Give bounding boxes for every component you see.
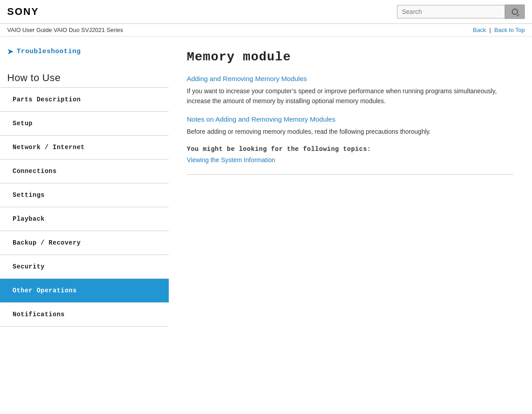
content-divider bbox=[187, 174, 514, 175]
breadcrumb-bar: VAIO User Guide VAIO Duo SVJ2021 Series … bbox=[0, 24, 532, 36]
troubleshooting-section[interactable]: ➤ Troubleshooting bbox=[0, 36, 169, 63]
sidebar-item-security[interactable]: Security bbox=[0, 255, 169, 279]
sidebar-item-backup-recovery[interactable]: Backup / Recovery bbox=[0, 231, 169, 255]
section1-heading: Adding and Removing Memory Modules bbox=[187, 75, 514, 82]
breadcrumb-separator: | bbox=[489, 27, 492, 33]
chevron-right-icon: ➤ bbox=[7, 47, 13, 56]
search-area bbox=[397, 5, 525, 19]
sidebar-item-setup[interactable]: Setup bbox=[0, 112, 169, 136]
sidebar-item-network-internet[interactable]: Network / Internet bbox=[0, 136, 169, 159]
search-button[interactable] bbox=[505, 5, 525, 19]
footer: © 2012 Sony Corporation bbox=[0, 410, 532, 414]
sidebar: ➤ Troubleshooting How to Use Parts Descr… bbox=[0, 36, 169, 410]
how-to-use-title: How to Use bbox=[0, 63, 169, 87]
sidebar-item-notifications[interactable]: Notifications bbox=[0, 303, 169, 327]
sidebar-item-other-operations[interactable]: Other Operations bbox=[0, 279, 169, 303]
header: SONY bbox=[0, 0, 532, 24]
sidebar-item-playback[interactable]: Playback bbox=[0, 207, 169, 231]
related-topics-label: You might be looking for the following t… bbox=[187, 146, 514, 153]
section1-link[interactable]: Adding and Removing Memory Modules bbox=[187, 75, 307, 82]
page-title: Memory module bbox=[187, 50, 514, 64]
search-icon bbox=[512, 9, 518, 15]
sony-logo: SONY bbox=[7, 6, 39, 18]
breadcrumb-nav: Back | Back to Top bbox=[473, 27, 525, 33]
content-area: Memory module Adding and Removing Memory… bbox=[169, 36, 532, 410]
sidebar-item-connections[interactable]: Connections bbox=[0, 159, 169, 183]
back-to-top-link[interactable]: Back to Top bbox=[494, 27, 525, 33]
related-link[interactable]: Viewing the System Information bbox=[187, 156, 275, 164]
sidebar-item-parts-description[interactable]: Parts Description bbox=[0, 88, 169, 112]
section1-body: If you want to increase your computer’s … bbox=[187, 86, 514, 106]
section2-link[interactable]: Notes on Adding and Removing Memory Modu… bbox=[187, 115, 335, 123]
section2-heading: Notes on Adding and Removing Memory Modu… bbox=[187, 115, 514, 123]
guide-title: VAIO User Guide VAIO Duo SVJ2021 Series bbox=[7, 27, 123, 33]
section2-body: Before adding or removing memory modules… bbox=[187, 127, 514, 136]
back-link[interactable]: Back bbox=[473, 27, 486, 33]
main-container: ➤ Troubleshooting How to Use Parts Descr… bbox=[0, 36, 532, 410]
sidebar-item-settings[interactable]: Settings bbox=[0, 183, 169, 207]
troubleshooting-label: Troubleshooting bbox=[17, 48, 81, 55]
search-input[interactable] bbox=[397, 5, 505, 18]
